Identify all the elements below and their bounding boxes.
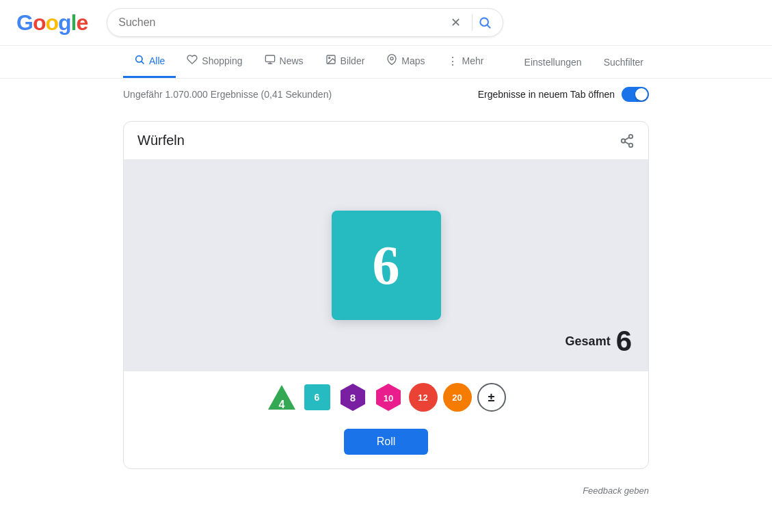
dice-face: 6 [332,211,441,320]
search-icon [478,16,492,29]
custom-label: ± [488,390,495,405]
search-filter-button[interactable]: Suchfilter [598,49,649,76]
total-label: Gesamt [565,334,611,349]
search-icon [134,54,145,68]
dice-d10-button[interactable]: 10 [373,382,403,412]
svg-text:10: 10 [383,393,392,403]
svg-point-8 [328,57,330,59]
tab-news[interactable]: News [254,46,315,78]
dice-custom-button[interactable]: ± [477,383,506,412]
total-value: 6 [616,325,632,358]
d6-square-icon: 6 [304,384,330,410]
roll-button[interactable]: Roll [344,429,429,455]
search-input[interactable]: würfel werfen [118,16,445,29]
dice-card-title: Würfeln [137,133,185,148]
maps-icon [386,54,397,68]
svg-text:4: 4 [278,399,284,410]
feedback-bar: Feedback geben [0,480,772,501]
tab-alle[interactable]: Alle [123,46,176,78]
d4-triangle-icon: 4 [267,382,297,412]
tab-shopping[interactable]: Shopping [176,46,253,78]
d20-label: 20 [452,393,462,403]
new-tab-label: Ergebnisse in neuem Tab öffnen [478,89,615,100]
svg-line-3 [142,62,144,64]
nav-tabs: Alle Shopping News Bilder Maps ⋮ Mehr Ei… [0,46,772,79]
header: Google würfel werfen ✕ [0,0,772,46]
dice-d20-button[interactable]: 20 [443,383,472,412]
svg-text:8: 8 [349,392,355,403]
svg-rect-4 [265,55,274,62]
search-clear-button[interactable]: ✕ [445,15,466,30]
dice-selector: 4 6 8 10 [124,371,648,423]
tab-mehr[interactable]: ⋮ Mehr [436,46,495,78]
d12-label: 12 [418,393,427,403]
shopping-icon [187,54,198,68]
dice-area[interactable]: 6 Gesamt 6 [124,159,648,371]
share-button[interactable] [620,133,635,148]
search-divider [472,14,472,31]
nav-right-buttons: Einstellungen Suchfilter [519,49,649,76]
tab-maps[interactable]: Maps [375,46,436,78]
svg-line-1 [488,25,490,28]
images-icon [325,54,336,68]
svg-line-13 [625,142,629,144]
dice-card-header: Würfeln [124,122,648,159]
search-submit-button[interactable] [478,16,492,29]
dice-card: Würfeln 6 Gesamt 6 [123,121,649,469]
svg-point-9 [390,57,393,60]
more-icon: ⋮ [447,55,458,68]
d8-hexagon-icon: 8 [338,382,368,412]
tab-bilder[interactable]: Bilder [315,46,376,78]
news-icon [265,54,276,68]
results-info-bar: Ungefähr 1.070.000 Ergebnisse (0,41 Seku… [0,79,772,110]
d10-hexagon-icon: 10 [373,382,403,412]
dice-d8-button[interactable]: 8 [338,382,368,412]
share-icon [620,133,635,148]
new-tab-toggle: Ergebnisse in neuem Tab öffnen [478,87,649,102]
svg-line-14 [625,137,629,139]
new-tab-switch[interactable] [622,87,649,102]
results-count: Ungefähr 1.070.000 Ergebnisse (0,41 Seku… [123,89,332,100]
roll-section: Roll [124,423,648,468]
google-logo: Google [16,10,88,36]
total-display: Gesamt 6 [565,325,632,358]
settings-button[interactable]: Einstellungen [519,49,587,76]
search-bar: würfel werfen ✕ [107,8,503,37]
feedback-text: Feedback geben [583,486,649,496]
dice-d12-button[interactable]: 12 [409,383,438,412]
dice-d4-button[interactable]: 4 [267,382,297,412]
main-content: Würfeln 6 Gesamt 6 [0,110,772,480]
dice-d6-button[interactable]: 6 [302,382,332,412]
